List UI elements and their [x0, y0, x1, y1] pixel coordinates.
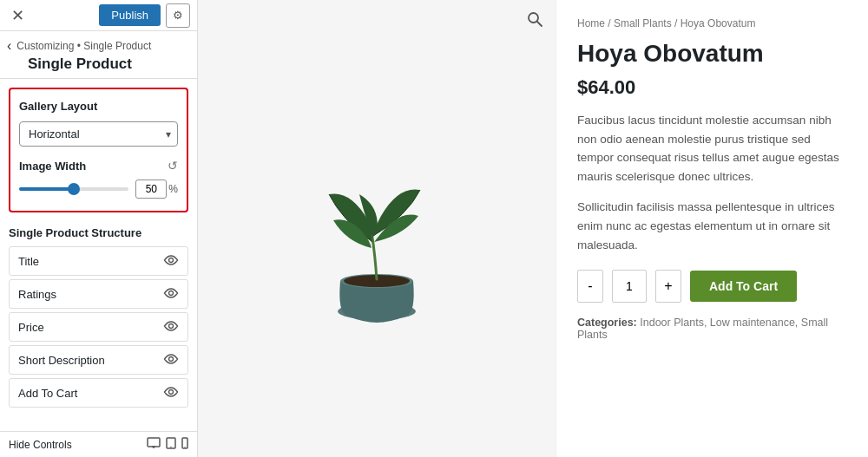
svg-line-13	[537, 22, 542, 26]
product-detail: Home / Small Plants / Hoya Obovatum Hoya…	[556, 0, 868, 457]
eye-icon[interactable]	[163, 287, 179, 301]
reset-icon[interactable]: ↺	[168, 159, 178, 173]
bottom-icon-3[interactable]	[181, 437, 188, 452]
svg-point-4	[169, 390, 174, 395]
structure-item-label: Price	[18, 321, 44, 334]
settings-button[interactable]: ⚙	[166, 3, 190, 28]
structure-list: Title Ratings Price	[9, 246, 188, 408]
top-actions: Publish ⚙	[99, 3, 190, 28]
structure-item[interactable]: Short Description	[9, 345, 188, 375]
monitor-icon	[147, 437, 161, 449]
qty-plus-button[interactable]: +	[655, 270, 681, 303]
slider-track	[19, 187, 128, 191]
image-width-input[interactable]	[135, 180, 167, 199]
eye-icon[interactable]	[163, 353, 179, 367]
close-button[interactable]: ✕	[7, 5, 28, 26]
search-icon[interactable]	[526, 10, 543, 32]
svg-point-2	[169, 324, 174, 329]
image-width-row: Image Width ↺	[19, 159, 178, 173]
unit-label: %	[168, 183, 178, 195]
svg-point-1	[169, 291, 174, 296]
structure-item-label: Title	[18, 255, 39, 268]
bottom-icons	[147, 437, 188, 452]
value-box: %	[135, 180, 178, 199]
eye-icon[interactable]	[163, 386, 179, 400]
categories-label: Categories:	[577, 317, 637, 329]
back-nav: ‹ Customizing • Single Product Single Pr…	[0, 31, 197, 79]
image-width-label: Image Width	[19, 160, 86, 173]
bottom-icon-2[interactable]	[166, 437, 176, 452]
plant-svg	[281, 108, 472, 350]
svg-rect-5	[148, 438, 160, 447]
product-breadcrumb: Home / Small Plants / Hoya Obovatum	[577, 17, 847, 29]
qty-minus-button[interactable]: -	[577, 270, 603, 303]
add-to-cart-button[interactable]: Add To Cart	[690, 271, 797, 302]
layout-select-wrapper: Horizontal Vertical Grid ▾	[19, 121, 178, 147]
product-name: Hoya Obovatum	[577, 40, 847, 68]
bottom-bar: Hide Controls	[0, 431, 197, 457]
tablet-icon	[166, 437, 176, 449]
gallery-section-label: Gallery Layout	[19, 100, 178, 113]
plant-image	[198, 0, 556, 457]
structure-item[interactable]: Title	[9, 246, 188, 276]
nav-breadcrumb: Customizing • Single Product	[16, 40, 151, 52]
product-description-1: Faucibus lacus tincidunt molestie accums…	[577, 111, 847, 186]
svg-point-11	[184, 447, 185, 447]
eye-icon[interactable]	[163, 320, 179, 334]
left-panel: ✕ Publish ⚙ ‹ Customizing • Single Produ…	[0, 0, 198, 457]
bottom-icon-1[interactable]	[147, 437, 161, 452]
structure-section-label: Single Product Structure	[9, 226, 188, 239]
product-price: $64.00	[577, 76, 847, 99]
categories-row: Categories: Indoor Plants, Low maintenan…	[577, 317, 847, 341]
qty-input[interactable]	[612, 270, 647, 303]
structure-item[interactable]: Add To Cart	[9, 378, 188, 408]
preview-area	[198, 0, 556, 457]
structure-item[interactable]: Ratings	[9, 279, 188, 309]
page-title: Single Product	[28, 55, 187, 73]
publish-button[interactable]: Publish	[99, 4, 161, 26]
svg-point-0	[169, 258, 174, 263]
structure-item-label: Add To Cart	[18, 387, 77, 400]
product-description-2: Sollicitudin facilisis massa pellentesqu…	[577, 198, 847, 254]
top-bar: ✕ Publish ⚙	[0, 0, 197, 31]
svg-point-3	[169, 357, 174, 362]
structure-item[interactable]: Price	[9, 312, 188, 342]
structure-section: Single Product Structure Title Ratings P…	[9, 226, 188, 408]
svg-point-12	[529, 13, 538, 23]
gallery-layout-select[interactable]: Horizontal Vertical Grid	[19, 121, 178, 147]
gear-icon: ⚙	[173, 9, 183, 22]
panel-content: Gallery Layout Horizontal Vertical Grid …	[0, 79, 197, 431]
eye-icon[interactable]	[163, 254, 179, 268]
slider-row: %	[19, 180, 178, 199]
back-button[interactable]: ‹	[7, 38, 11, 54]
structure-item-label: Ratings	[18, 288, 56, 301]
hide-controls-label: Hide Controls	[9, 439, 72, 451]
gallery-section: Gallery Layout Horizontal Vertical Grid …	[9, 88, 188, 212]
mobile-icon	[181, 437, 188, 449]
add-to-cart-row: - + Add To Cart	[577, 270, 847, 303]
structure-item-label: Short Description	[18, 354, 105, 367]
svg-point-9	[170, 447, 171, 447]
